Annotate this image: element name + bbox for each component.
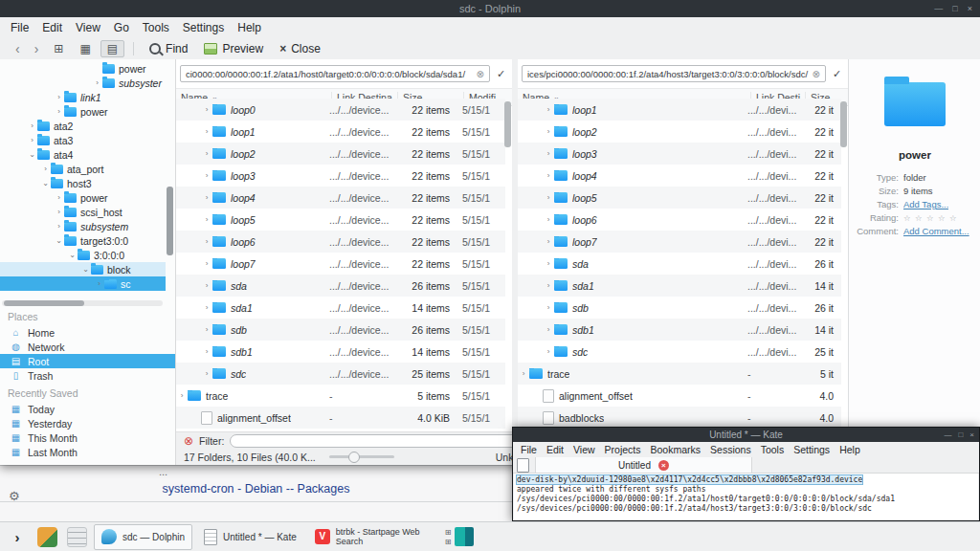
tab-close-icon[interactable]: × [658,460,669,471]
place-item[interactable]: ▯ Trash [0,368,175,383]
table-row[interactable]: › loop3 .../.../device... 22 items 5/15/… [176,165,505,187]
table-row[interactable]: › loop7 .../.../devi... 22 it [518,231,841,253]
minimize-icon[interactable]: — [944,430,951,439]
tree-item[interactable]: › scsi_host [0,205,166,219]
tree-item[interactable]: ⌄ target3:0:0 [0,233,166,248]
table-row[interactable]: › loop4 .../.../device... 22 items 5/15/… [176,187,505,209]
expand-arrow-icon[interactable]: › [543,215,554,224]
expand-arrow-icon[interactable]: › [92,78,102,87]
table-row[interactable]: › loop5 .../.../device... 22 items 5/15/… [176,209,505,231]
recent-item[interactable]: ▦ Last Month [0,445,175,459]
kate-titlebar[interactable]: Untitled * — Kate — □ × [513,428,979,442]
table-row[interactable]: › loop1 .../.../device... 22 items 5/15/… [176,121,505,143]
table-row[interactable]: › loop0 .../.../device... 22 items 5/15/… [176,99,505,121]
expand-arrow-icon[interactable]: › [201,105,212,114]
menu-item[interactable]: Edit [35,19,69,36]
table-row[interactable]: › sdc .../.../device... 25 items 5/15/1 [176,363,505,385]
expand-arrow-icon[interactable]: › [27,121,37,130]
maximize-icon[interactable]: □ [958,430,963,439]
expand-arrow-icon[interactable]: › [201,127,212,136]
menu-item[interactable]: Go [107,19,136,36]
task-dolphin[interactable]: sdc — Dolphin [94,524,192,550]
tree-item[interactable]: › link1 [0,90,166,104]
menu-item[interactable]: Edit [542,443,568,456]
expand-arrow-icon[interactable]: › [543,325,554,334]
table-row[interactable]: › sda1 .../.../devi... 14 it [518,275,841,297]
table-row[interactable]: › loop2 .../.../device... 22 items 5/15/… [176,143,505,165]
table-row[interactable]: badblocks - 4.0 [518,407,841,429]
table-row[interactable]: alignment_offset - 4.0 KiB 5/15/1 [176,407,505,429]
tree-item[interactable]: ⌄ 3:0:0:0 [0,248,166,262]
expand-arrow-icon[interactable]: ⌄ [67,251,78,259]
tree-item[interactable]: › power [0,190,166,205]
expand-arrow-icon[interactable]: › [543,171,554,180]
expand-arrow-icon[interactable]: › [201,325,212,334]
tree-item[interactable]: › ata3 [0,133,166,147]
find-button[interactable]: Find [143,40,194,57]
launcher-shortcut-2[interactable] [34,524,59,549]
menu-item[interactable]: Projects [600,443,646,456]
place-item[interactable]: ◍ Network [0,340,175,354]
tree-item[interactable]: › ata2 [0,119,166,133]
browser-tab-overflow[interactable]: ... [159,466,167,477]
close-icon[interactable]: × [969,430,974,439]
tree-item[interactable]: ⌄ host3 [0,176,166,190]
tree-item[interactable]: › ata_port [0,162,166,176]
expand-arrow-icon[interactable]: › [201,347,212,356]
table-row[interactable]: › sdc .../.../devi... 25 it [518,341,841,363]
expand-arrow-icon[interactable]: › [201,259,212,268]
expand-arrow-icon[interactable]: › [201,215,212,224]
table-row[interactable]: › sda .../.../device... 26 items 5/15/1 [176,275,505,297]
forward-icon[interactable]: › [29,41,45,56]
expand-arrow-icon[interactable]: › [543,347,554,356]
tray-grid-icon[interactable]: ⊞ [445,528,452,537]
expand-arrow-icon[interactable]: › [176,391,188,400]
gear-icon[interactable]: ⚙ [9,489,20,503]
maximize-icon[interactable]: □ [952,4,957,13]
menu-item[interactable]: Settings [176,19,231,36]
document-icon[interactable] [517,458,529,473]
expand-arrow-icon[interactable]: › [543,105,554,114]
expand-arrow-icon[interactable]: › [201,237,212,246]
table-row[interactable]: › sdb .../.../device... 26 items 5/15/1 [176,319,505,341]
launcher-shortcut-3[interactable] [64,524,89,549]
close-icon[interactable]: × [968,4,972,13]
expand-arrow-icon[interactable]: › [543,237,554,246]
expand-arrow-icon[interactable]: › [543,259,554,268]
expand-arrow-icon[interactable]: ⌄ [54,236,64,245]
right-location-bar[interactable]: ices/pci0000:00/0000:00:1f.2/ata4/host3/… [522,65,826,82]
accept-location-icon[interactable]: ✓ [830,68,844,80]
clear-location-icon[interactable]: ⊗ [477,69,484,79]
table-row[interactable]: › loop5 .../.../devi... 22 it [518,187,841,209]
expand-arrow-icon[interactable]: › [54,107,64,116]
tray-app-icon[interactable] [455,527,474,546]
menu-item[interactable]: File [4,19,35,36]
tab-untitled[interactable]: Untitled × [535,457,752,473]
kate-editor[interactable]: dev-disk-by\x2duuid-12980ae8\x2d4117\x2d… [514,474,978,520]
minimize-icon[interactable]: — [934,4,943,13]
tree-scrollbar[interactable] [167,187,173,255]
menu-item[interactable]: Tools [136,19,176,36]
expand-arrow-icon[interactable]: › [543,127,554,136]
detail-value[interactable]: 9 items [903,186,933,196]
table-row[interactable]: › sda1 .../.../device... 14 items 5/15/1 [176,297,505,319]
recent-item[interactable]: ▦ Yesterday [0,416,175,430]
tree-item[interactable]: ⌄ block [0,262,166,276]
tree-item[interactable]: ⌄ ata4 [0,147,166,162]
expand-arrow-icon[interactable]: › [201,171,212,180]
tray-grid-icon[interactable]: ⊞ [445,538,452,546]
expand-arrow-icon[interactable]: › [201,281,212,290]
table-row[interactable]: › loop2 .../.../devi... 22 it [518,121,841,143]
task-vivaldi[interactable]: V btrbk - Startpage Web Search [308,525,431,549]
tree-item[interactable]: power [0,61,166,76]
detail-value[interactable]: Add Comment... [903,226,969,236]
table-row[interactable]: › trace - 5 it [518,363,841,385]
back-icon[interactable]: ‹ [10,41,26,56]
detail-value[interactable]: ☆ ☆ ☆ ☆ ☆ [903,213,958,223]
expand-arrow-icon[interactable]: › [54,93,64,101]
table-row[interactable]: › loop3 .../.../devi... 22 it [518,143,841,165]
tree-item[interactable]: › sc [0,276,166,291]
expand-arrow-icon[interactable]: › [201,149,212,158]
expand-arrow-icon[interactable]: › [543,281,554,290]
expand-arrow-icon[interactable]: › [54,222,64,231]
